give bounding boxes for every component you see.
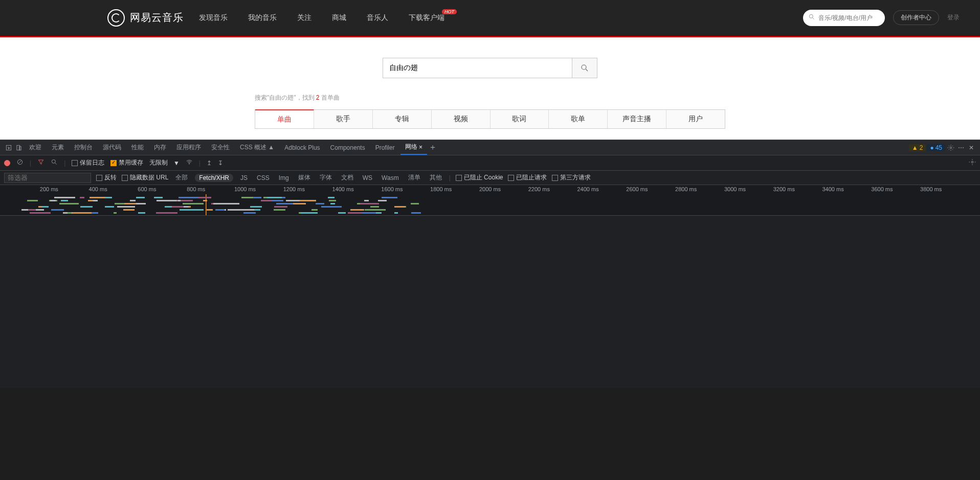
- header-right: 创作者中心 登录: [803, 10, 980, 26]
- blocked-cookie-checkbox[interactable]: 已阻止 Cookie: [456, 173, 503, 182]
- brand-name: 网易云音乐: [130, 11, 184, 25]
- timeline-tick: 200 ms: [40, 186, 58, 192]
- tab-console[interactable]: 控制台: [70, 140, 97, 155]
- more-icon[interactable]: ⋯: [956, 143, 966, 152]
- tab-adblock[interactable]: Adblock Plus: [280, 140, 324, 155]
- page-search-button[interactable]: [572, 58, 597, 78]
- preserve-log-checkbox[interactable]: 保留日志: [72, 158, 104, 167]
- type-js[interactable]: JS: [238, 174, 250, 181]
- type-all[interactable]: 全部: [173, 173, 190, 182]
- type-media[interactable]: 媒体: [296, 173, 313, 182]
- clear-icon[interactable]: [16, 158, 24, 167]
- tab-performance[interactable]: 性能: [127, 140, 148, 155]
- timeline-tick: 600 ms: [138, 186, 156, 192]
- type-ws[interactable]: WS: [361, 174, 374, 181]
- timeline-tick: 2400 ms: [577, 186, 598, 192]
- close-devtools-icon[interactable]: ✕: [967, 143, 976, 152]
- messages-badge[interactable]: ● 45: [927, 144, 945, 151]
- devtools-tabbar: 欢迎 元素 控制台 源代码 性能 内存 应用程序 安全性 CSS 概述 ▲ Ad…: [0, 140, 980, 155]
- invert-checkbox[interactable]: 反转: [96, 173, 117, 182]
- add-tab-icon[interactable]: ＋: [428, 143, 437, 152]
- download-icon[interactable]: ↧: [218, 159, 223, 167]
- result-prefix: 搜索"自由の翅"，找到: [255, 94, 316, 101]
- settings-icon[interactable]: [946, 143, 955, 152]
- tab-sources[interactable]: 源代码: [98, 140, 126, 155]
- nav-download[interactable]: 下载客户端 HOT: [409, 13, 444, 22]
- type-img[interactable]: Img: [277, 174, 291, 181]
- tab-single[interactable]: 单曲: [255, 109, 314, 128]
- type-manifest[interactable]: 清单: [406, 173, 422, 182]
- wifi-icon[interactable]: [186, 158, 193, 167]
- throttle-select[interactable]: 无限制 ▼: [149, 158, 180, 167]
- svg-point-7: [950, 147, 952, 149]
- svg-line-3: [586, 69, 588, 71]
- disable-cache-checkbox[interactable]: 禁用缓存: [110, 158, 143, 167]
- nav-musician[interactable]: 音乐人: [367, 13, 388, 22]
- nav-discover[interactable]: 发现音乐: [199, 13, 228, 22]
- tab-user[interactable]: 用户: [666, 110, 725, 128]
- nav-my-music[interactable]: 我的音乐: [248, 13, 277, 22]
- tab-video[interactable]: 视频: [432, 110, 491, 128]
- search-icon[interactable]: [51, 158, 58, 167]
- timeline[interactable]: 200 ms400 ms600 ms800 ms1000 ms1200 ms14…: [0, 185, 980, 216]
- timeline-tick: 800 ms: [187, 186, 205, 192]
- timeline-tick: 3600 ms: [871, 186, 893, 192]
- login-link[interactable]: 登录: [947, 13, 960, 22]
- type-font[interactable]: 字体: [318, 173, 334, 182]
- record-icon[interactable]: [4, 160, 10, 166]
- device-icon[interactable]: [14, 143, 24, 152]
- nav-download-label: 下载客户端: [409, 13, 444, 21]
- creator-center-button[interactable]: 创作者中心: [893, 10, 939, 25]
- type-css[interactable]: CSS: [255, 174, 272, 181]
- tab-memory[interactable]: 内存: [149, 140, 171, 155]
- logo-icon: [107, 9, 125, 27]
- type-other[interactable]: 其他: [428, 173, 444, 182]
- tab-album[interactable]: 专辑: [373, 110, 432, 128]
- timeline-tick: 2800 ms: [675, 186, 697, 192]
- tab-css-overview[interactable]: CSS 概述 ▲: [235, 140, 279, 155]
- filter-input[interactable]: [4, 173, 91, 183]
- tab-elements[interactable]: 元素: [47, 140, 69, 155]
- timeline-tick: 1200 ms: [283, 186, 305, 192]
- logo[interactable]: 网易云音乐: [107, 9, 184, 27]
- tab-singer[interactable]: 歌手: [314, 110, 373, 128]
- filter-bar: 反转 隐藏数据 URL 全部 Fetch/XHR JS CSS Img 媒体 字…: [0, 171, 980, 185]
- type-doc[interactable]: 文档: [339, 173, 355, 182]
- timeline-tick: 1800 ms: [430, 186, 452, 192]
- hot-badge: HOT: [442, 9, 457, 14]
- nav-store[interactable]: 商城: [332, 13, 346, 22]
- inspect-icon[interactable]: [4, 143, 13, 152]
- filter-toggle-icon[interactable]: [37, 158, 44, 167]
- result-suffix: 首单曲: [320, 94, 340, 101]
- category-tabs: 单曲 歌手 专辑 视频 歌词 歌单 声音主播 用户: [255, 109, 725, 129]
- page-search: [383, 58, 597, 78]
- blocked-request-checkbox[interactable]: 已阻止请求: [508, 173, 547, 182]
- tab-components[interactable]: Components: [326, 140, 370, 155]
- type-fetch[interactable]: Fetch/XHR: [195, 174, 233, 182]
- tab-playlist[interactable]: 歌单: [549, 110, 608, 128]
- nav-follow[interactable]: 关注: [297, 13, 311, 22]
- tab-network[interactable]: 网络 ×: [400, 140, 427, 155]
- result-count: 2: [316, 94, 320, 101]
- tab-security[interactable]: 安全性: [207, 140, 234, 155]
- upload-icon[interactable]: ↥: [207, 159, 212, 167]
- network-settings-icon[interactable]: [969, 158, 976, 167]
- header-search-input[interactable]: [818, 14, 880, 21]
- hide-data-url-checkbox[interactable]: 隐藏数据 URL: [122, 173, 168, 182]
- warnings-badge[interactable]: ▲ 2: [909, 144, 926, 151]
- timeline-tick: 400 ms: [89, 186, 107, 192]
- svg-point-13: [971, 161, 973, 163]
- tab-profiler[interactable]: Profiler: [371, 140, 399, 155]
- timeline-tick: 1600 ms: [381, 186, 403, 192]
- third-party-checkbox[interactable]: 第三方请求: [552, 173, 591, 182]
- tab-application[interactable]: 应用程序: [172, 140, 206, 155]
- tab-welcome[interactable]: 欢迎: [25, 140, 46, 155]
- type-wasm[interactable]: Wasm: [380, 174, 401, 181]
- tab-podcast[interactable]: 声音主播: [608, 110, 666, 128]
- svg-rect-6: [19, 146, 21, 150]
- page-search-input[interactable]: [383, 58, 572, 78]
- svg-point-0: [809, 14, 813, 18]
- header-search[interactable]: [803, 10, 885, 26]
- svg-point-10: [52, 159, 55, 163]
- tab-lyrics[interactable]: 歌词: [491, 110, 549, 128]
